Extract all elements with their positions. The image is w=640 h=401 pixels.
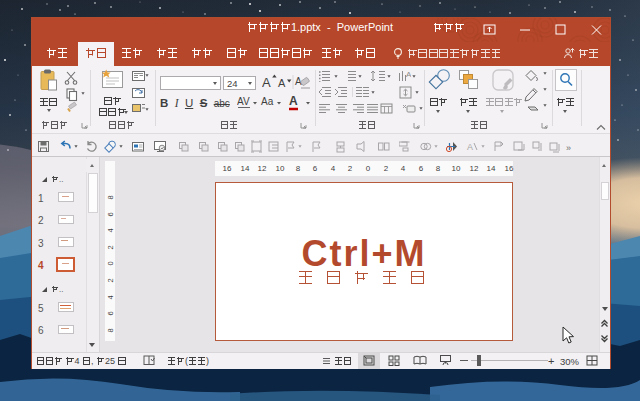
svg-text:A: A: [262, 75, 271, 90]
svg-text:A: A: [278, 77, 286, 89]
svg-text:A: A: [289, 96, 298, 108]
svg-text:AV: AV: [237, 96, 250, 107]
svg-text:A: A: [467, 142, 473, 152]
svg-text:A: A: [406, 70, 411, 79]
svg-text:Aa: Aa: [261, 96, 274, 107]
